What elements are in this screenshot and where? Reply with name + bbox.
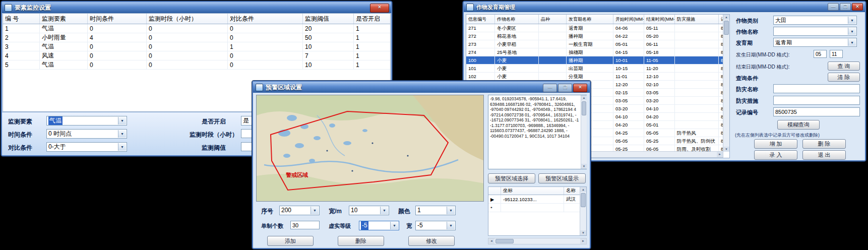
color-select[interactable]: 1 ▼ <box>415 206 456 215</box>
minimize-button[interactable]: — <box>543 84 557 92</box>
region-show-button[interactable]: 预警区域显示 <box>538 173 586 183</box>
query-button[interactable]: 查 询 <box>828 61 860 71</box>
scroll-right-icon[interactable]: ► <box>717 152 723 157</box>
panel-note: (先在左侧列表选中记录后方可修改或删除) <box>735 132 820 139</box>
combo-value: -5 <box>417 221 423 230</box>
input-button[interactable]: 录 入 <box>754 150 797 160</box>
table-header-row: 信息编号作物名称品种发育期名称开始时间(MM-DD)结束时间(MM-DD)防灾措… <box>466 15 723 24</box>
table-row[interactable]: 1气温000201 <box>3 24 391 33</box>
scroll-left-icon[interactable]: ◄ <box>488 238 494 244</box>
maximize-button[interactable]: ❐ <box>558 84 572 92</box>
element-table: 编 号监测要素时间条件监测时段（小时）对比条件监测阈值是否开启 1气温00020… <box>3 14 391 70</box>
crop-type-select[interactable]: 大田 ▼ <box>773 16 857 25</box>
table-row[interactable]: 4风速00071 <box>3 51 391 60</box>
table-row[interactable]: 273小麦早稻一般生育期05-0106-118500732 <box>466 40 723 48</box>
scroll-thumb[interactable] <box>724 21 729 35</box>
titlebar[interactable]: 预警区域设置 <box>253 82 590 93</box>
table-row[interactable]: 102小麦分蘖期11-0112-108500736 <box>466 73 723 81</box>
chevron-down-icon[interactable]: ▼ <box>118 130 126 138</box>
chevron-down-icon[interactable]: ▼ <box>848 39 856 46</box>
scroll-up-icon[interactable]: ▲ <box>723 15 729 20</box>
scroll-thumb[interactable] <box>495 239 514 243</box>
table-row[interactable]: 5气温000101 <box>3 60 391 70</box>
column-header: 结束时间(MM-DD) <box>644 15 675 24</box>
clear-button[interactable]: 清 除 <box>828 73 860 82</box>
chevron-down-icon[interactable]: ▼ <box>848 17 856 24</box>
compare-condition-label: 对比条件 <box>8 144 32 152</box>
chevron-down-icon[interactable]: ▼ <box>311 207 319 214</box>
close-button[interactable]: ✕ <box>370 4 389 13</box>
map-canvas[interactable]: 警戒区域 <box>257 95 484 202</box>
record-id-label: 记录编号 <box>736 109 758 116</box>
table-row[interactable]: 272棉花基地播种期04-2205-208500731 <box>466 32 723 40</box>
disaster-name-input[interactable] <box>773 84 860 93</box>
coords-scrollbar[interactable]: ▲ ▼ <box>581 95 587 169</box>
scroll-thumb[interactable] <box>581 193 586 207</box>
close-button[interactable]: ✕ <box>573 84 587 92</box>
serial-label: 序号 <box>261 207 273 216</box>
chevron-down-icon[interactable]: ▼ <box>390 222 398 229</box>
add-region-button[interactable]: 添加 <box>267 236 314 246</box>
scroll-down-icon[interactable]: ▼ <box>580 230 586 235</box>
close-button[interactable]: ✕ <box>852 3 863 11</box>
scroll-thumb[interactable] <box>582 101 586 115</box>
delete-button[interactable]: 删 除 <box>802 139 846 149</box>
table-row[interactable]: * <box>488 204 580 212</box>
column-header: 监测阈值 <box>303 14 354 24</box>
time-condition-label: 时间条件 <box>8 131 32 139</box>
chevron-down-icon[interactable]: ▼ <box>848 28 856 35</box>
start-day-input[interactable]: 11 <box>830 50 843 58</box>
table-row[interactable]: 3气温001101 <box>3 42 391 51</box>
start-month-input[interactable]: 05 <box>814 50 827 58</box>
scroll-down-icon[interactable]: ▼ <box>581 164 587 169</box>
scroll-right-icon[interactable]: ► <box>580 238 586 244</box>
window-icon <box>5 4 12 12</box>
disaster-measure-input[interactable] <box>773 96 860 105</box>
combo-value: 大田 <box>775 16 786 25</box>
crop-name-select[interactable]: ▼ <box>773 27 857 36</box>
table-row[interactable]: ▶-95122.10233...武汉 <box>488 195 580 204</box>
scroll-down-icon[interactable]: ▼ <box>723 147 729 152</box>
modify-region-button[interactable]: 修改 <box>408 236 455 246</box>
horizontal-scrollbar[interactable]: ◄ ► <box>488 238 587 244</box>
table-row[interactable]: 271冬小麦区返青期04-0605-118500730 <box>466 24 723 32</box>
exit-button[interactable]: 退 出 <box>802 150 846 160</box>
element-select[interactable]: 气温 ▼ <box>46 116 127 126</box>
titlebar[interactable]: 要素监控设置 <box>2 2 391 13</box>
dash-level-select[interactable]: -5 ▼ <box>359 221 399 230</box>
chevron-down-icon[interactable]: ▼ <box>380 207 388 214</box>
record-id-input[interactable]: 8500735 <box>773 107 860 116</box>
count-label: 单制个数 <box>261 222 283 230</box>
column-header: 发育期名称 <box>567 15 613 24</box>
maximize-button[interactable]: ❐ <box>840 3 851 11</box>
time-condition-select[interactable]: 0 时间点 ▼ <box>46 129 127 139</box>
table-row[interactable]: 100小麦播种期10-0111-058500734 <box>466 56 723 65</box>
scroll-up-icon[interactable]: ▲ <box>581 95 587 100</box>
fuzzy-search-button[interactable]: 模糊查询 <box>777 120 820 130</box>
threshold-label: 监测阈值 <box>202 144 226 152</box>
region-select-button[interactable]: 预警区域选择 <box>488 173 535 183</box>
window-title: 作物发育期管理 <box>476 4 515 11</box>
chevron-down-icon[interactable]: ▼ <box>118 117 126 124</box>
add-button[interactable]: 增 加 <box>754 139 797 149</box>
table-row[interactable]: 27425号基地抽穗期04-1505-188500733 <box>466 48 723 56</box>
vertical-scrollbar[interactable]: ▲ ▼ <box>723 15 729 152</box>
chevron-down-icon[interactable]: ▼ <box>447 207 455 214</box>
map-zone[interactable]: 警戒区域 <box>256 95 484 202</box>
line-width-select[interactable]: 10 ▼ <box>349 206 389 215</box>
stage-select[interactable]: 返青期 ▼ <box>773 38 857 47</box>
width2-select[interactable]: -5 ▼ <box>415 221 456 230</box>
table-row[interactable]: 2小时雨量400501 <box>3 33 391 42</box>
coords-textarea[interactable]: -9.98, 0192034578, -905941.1, 17.6419, 6… <box>488 95 587 169</box>
chevron-down-icon[interactable]: ▼ <box>447 222 455 229</box>
delete-region-button[interactable]: 删除 <box>338 236 384 246</box>
count-input[interactable]: 30 <box>290 221 320 229</box>
compare-condition-select[interactable]: 0-大于 ▼ <box>46 142 127 152</box>
chevron-down-icon[interactable]: ▼ <box>118 143 126 151</box>
serial-select[interactable]: 200 ▼ <box>279 206 320 215</box>
scroll-up-icon[interactable]: ▲ <box>580 187 586 192</box>
table-row[interactable]: 101小麦出苗期10-1511-208500735 <box>466 65 723 73</box>
minimize-button[interactable]: — <box>828 3 839 11</box>
titlebar[interactable]: 作物发育期管理 <box>464 2 865 12</box>
vertical-scrollbar[interactable]: ▲ ▼ <box>580 187 586 235</box>
